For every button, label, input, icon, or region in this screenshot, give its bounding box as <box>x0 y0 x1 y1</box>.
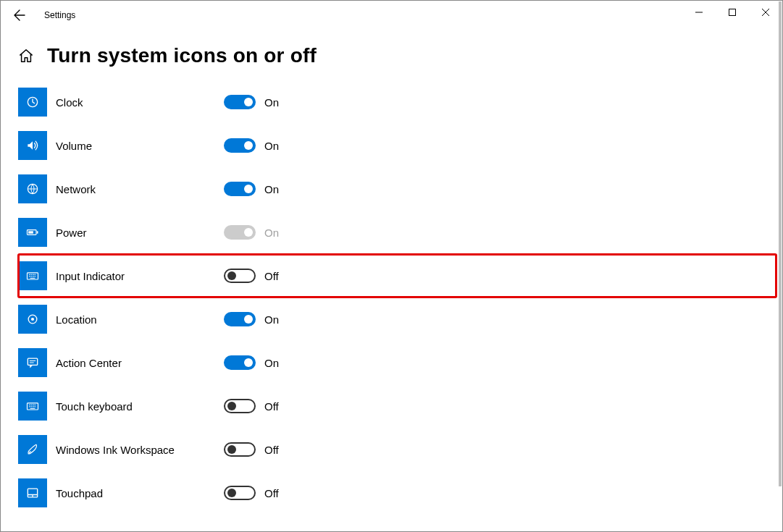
toggle-input-indicator[interactable] <box>224 269 256 283</box>
touch-keyboard-icon-tile <box>18 392 47 421</box>
svg-rect-9 <box>28 358 37 365</box>
back-arrow-icon <box>14 9 25 21</box>
window-controls <box>682 1 782 24</box>
setting-label: Input Indicator <box>56 270 224 282</box>
page-title: Turn system icons on or off <box>47 44 317 67</box>
toggle-touch-keyboard[interactable] <box>224 399 256 413</box>
setting-label: Windows Ink Workspace <box>56 444 224 456</box>
maximize-button[interactable] <box>716 1 749 24</box>
toggle-state-label: Off <box>264 444 279 456</box>
svg-rect-0 <box>729 9 736 16</box>
toggle-windows-ink[interactable] <box>224 442 256 457</box>
toggle-state-label: On <box>264 227 279 239</box>
touch-keyboard-icon <box>25 399 40 413</box>
toggle-network[interactable] <box>224 182 256 196</box>
setting-row-location: LocationOn <box>18 297 776 341</box>
setting-row-input-indicator: Input IndicatorOff <box>18 254 776 297</box>
volume-icon-tile <box>18 131 47 160</box>
network-icon-tile <box>18 174 47 203</box>
maximize-icon <box>729 9 736 16</box>
setting-label: Volume <box>56 140 224 152</box>
toggle-wrap: Off <box>224 442 279 457</box>
setting-label: Touch keyboard <box>56 400 224 413</box>
windows-ink-icon-tile <box>18 435 47 464</box>
back-button[interactable] <box>5 1 34 30</box>
setting-row-action-center: Action CenterOn <box>18 341 776 384</box>
svg-rect-4 <box>37 231 38 233</box>
setting-label: Touchpad <box>56 487 224 499</box>
network-icon <box>25 182 40 196</box>
close-button[interactable] <box>749 1 782 24</box>
svg-point-8 <box>31 318 34 321</box>
svg-rect-5 <box>28 231 33 233</box>
home-icon[interactable] <box>18 48 34 64</box>
location-icon <box>25 312 40 326</box>
setting-label: Power <box>56 227 224 239</box>
toggle-state-label: On <box>264 183 279 195</box>
toggle-wrap: On <box>224 182 279 196</box>
toggle-wrap: On <box>224 355 279 370</box>
toggle-wrap: Off <box>224 269 279 283</box>
touchpad-icon <box>25 486 40 500</box>
toggle-state-label: On <box>264 313 279 326</box>
location-icon-tile <box>18 305 47 334</box>
toggle-volume[interactable] <box>224 138 256 153</box>
setting-label: Network <box>56 183 224 195</box>
setting-label: Location <box>56 313 224 326</box>
volume-icon <box>25 138 40 153</box>
action-center-icon <box>25 355 40 370</box>
setting-label: Action Center <box>56 357 224 369</box>
page-header: Turn system icons on or off <box>1 30 782 80</box>
toggle-wrap: Off <box>224 486 279 500</box>
toggle-state-label: Off <box>264 270 279 282</box>
toggle-wrap: On <box>224 138 279 153</box>
action-center-icon-tile <box>18 348 47 377</box>
setting-row-touch-keyboard: Touch keyboardOff <box>18 384 776 428</box>
toggle-wrap: Off <box>224 399 279 413</box>
setting-row-volume: VolumeOn <box>18 124 776 167</box>
app-title: Settings <box>44 10 75 20</box>
toggle-wrap: On <box>224 225 279 240</box>
setting-row-clock: ClockOn <box>18 80 776 124</box>
toggle-wrap: On <box>224 312 279 326</box>
scrollbar[interactable] <box>779 1 782 486</box>
input-indicator-icon <box>25 269 40 283</box>
toggle-state-label: On <box>264 357 279 369</box>
minimize-icon <box>695 9 703 16</box>
toggle-power <box>224 225 256 240</box>
titlebar: Settings <box>1 1 782 30</box>
toggle-state-label: Off <box>264 400 279 413</box>
toggle-wrap: On <box>224 95 279 109</box>
setting-row-touchpad: TouchpadOff <box>18 471 776 515</box>
power-icon <box>25 225 40 240</box>
touchpad-icon-tile <box>18 478 47 507</box>
clock-icon-tile <box>18 88 47 117</box>
toggle-clock[interactable] <box>224 95 256 109</box>
clock-icon <box>25 95 40 109</box>
toggle-action-center[interactable] <box>224 355 256 370</box>
close-icon <box>762 9 769 16</box>
setting-label: Clock <box>56 96 224 109</box>
windows-ink-icon <box>25 442 40 457</box>
settings-list: ClockOnVolumeOnNetworkOnPowerOnInput Ind… <box>1 80 782 532</box>
minimize-button[interactable] <box>682 1 716 24</box>
input-indicator-icon-tile <box>18 261 47 290</box>
setting-row-windows-ink: Windows Ink WorkspaceOff <box>18 428 776 471</box>
power-icon-tile <box>18 218 47 247</box>
setting-row-power: PowerOn <box>18 211 776 254</box>
toggle-state-label: On <box>264 140 279 152</box>
toggle-state-label: Off <box>264 487 279 499</box>
toggle-location[interactable] <box>224 312 256 326</box>
toggle-state-label: On <box>264 96 279 109</box>
toggle-touchpad[interactable] <box>224 486 256 500</box>
setting-row-network: NetworkOn <box>18 167 776 211</box>
